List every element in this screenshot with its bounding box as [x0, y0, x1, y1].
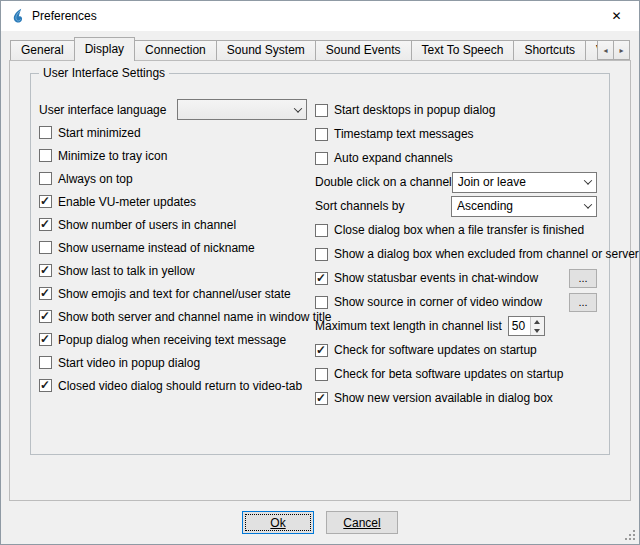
tab-display[interactable]: Display — [74, 37, 135, 61]
max-text-length-label: Maximum text length in channel list — [315, 319, 502, 333]
checkbox-label: Minimize to tray icon — [58, 149, 167, 163]
checkbox[interactable] — [39, 356, 52, 369]
ok-button[interactable]: Ok — [242, 511, 314, 534]
checkbox-label: Show username instead of nickname — [58, 241, 255, 255]
checkbox-label: Show last to talk in yellow — [58, 264, 195, 278]
checkbox-label: Show number of users in channel — [58, 218, 236, 232]
chevron-down-icon — [579, 173, 596, 192]
dialog-buttons: Ok Cancel — [1, 511, 639, 534]
checkbox-row[interactable]: Close dialog box when a file transfer is… — [315, 218, 597, 242]
checkbox-row[interactable]: Always on top — [39, 167, 307, 190]
checkbox-label: Show both server and channel name in win… — [58, 310, 332, 324]
checkbox-row[interactable]: Show username instead of nickname — [39, 236, 307, 259]
spin-up-icon[interactable] — [531, 317, 544, 326]
video-source-row[interactable]: Show source in corner of video window ..… — [315, 290, 597, 314]
checkbox[interactable] — [39, 333, 52, 346]
checkbox[interactable] — [39, 241, 52, 254]
language-combobox[interactable] — [177, 99, 307, 120]
checkbox-row[interactable]: Start video in popup dialog — [39, 351, 307, 374]
checkbox-label: Always on top — [58, 172, 133, 186]
tab-sound-system[interactable]: Sound System — [216, 40, 316, 60]
checkbox[interactable] — [315, 128, 328, 141]
double-click-row: Double click on a channel Join or leave — [315, 170, 597, 194]
checkbox-row[interactable]: Check for beta software updates on start… — [315, 362, 597, 386]
checkbox[interactable] — [39, 149, 52, 162]
tab-scroll-left-icon[interactable]: ◂ — [597, 40, 614, 60]
checkbox-label: Auto expand channels — [334, 151, 453, 165]
max-text-length-row: Maximum text length in channel list 50 — [315, 314, 597, 338]
checkbox-row[interactable]: Show both server and channel name in win… — [39, 305, 307, 328]
language-row: User interface language — [39, 98, 307, 121]
tab-text-to-speech[interactable]: Text To Speech — [411, 40, 515, 60]
checkbox[interactable] — [315, 368, 328, 381]
tab-connection[interactable]: Connection — [134, 40, 217, 60]
checkbox[interactable] — [315, 296, 328, 309]
cancel-button[interactable]: Cancel — [326, 511, 398, 534]
titlebar[interactable]: Preferences ✕ — [1, 1, 639, 31]
app-icon — [9, 8, 25, 24]
checkbox-label: Show source in corner of video window — [334, 295, 542, 309]
spinner-buttons — [530, 317, 544, 335]
checkbox-row[interactable]: Popup dialog when receiving text message — [39, 328, 307, 351]
resize-grip[interactable] — [624, 529, 637, 542]
sort-channels-combobox[interactable]: Ascending — [451, 196, 597, 217]
checkbox-row[interactable]: Show new version available in dialog box — [315, 386, 597, 410]
checkbox-label: Close dialog box when a file transfer is… — [334, 223, 584, 237]
checkbox[interactable] — [39, 195, 52, 208]
sort-channels-label: Sort channels by — [315, 199, 404, 213]
double-click-combobox[interactable]: Join or leave — [452, 172, 597, 193]
checkbox[interactable] — [315, 152, 328, 165]
checkbox-row[interactable]: Enable VU-meter updates — [39, 190, 307, 213]
checkbox[interactable] — [315, 344, 328, 357]
checkbox-label: Show statusbar events in chat-window — [334, 271, 538, 285]
checkbox-row[interactable]: Timestamp text messages — [315, 122, 597, 146]
checkbox-row[interactable]: Auto expand channels — [315, 146, 597, 170]
checkbox[interactable] — [315, 272, 328, 285]
checkbox-row[interactable]: Show last to talk in yellow — [39, 259, 307, 282]
language-label: User interface language — [39, 103, 166, 117]
tab-scroll-right-icon[interactable]: ▸ — [613, 40, 630, 60]
checkbox-label: Show emojis and text for channel/user st… — [58, 287, 291, 301]
checkbox-row[interactable]: Closed video dialog should return to vid… — [39, 374, 307, 397]
checkbox-label: Popup dialog when receiving text message — [58, 333, 286, 347]
checkbox[interactable] — [315, 248, 328, 261]
tab-bar: General Display Connection Sound System … — [10, 37, 630, 61]
checkbox-label: Start desktops in popup dialog — [334, 103, 495, 117]
checkbox-row[interactable]: Check for software updates on startup — [315, 338, 597, 362]
checkbox[interactable] — [39, 126, 52, 139]
checkbox[interactable] — [39, 379, 52, 392]
tab-sound-events[interactable]: Sound Events — [315, 40, 412, 60]
checkbox[interactable] — [315, 224, 328, 237]
checkbox-row[interactable]: Minimize to tray icon — [39, 144, 307, 167]
checkbox-row[interactable]: Start minimized — [39, 121, 307, 144]
right-column: Start desktops in popup dialog Timestamp… — [315, 98, 597, 410]
tab-scrollers: ◂ ▸ — [598, 40, 630, 60]
user-interface-settings-group: User Interface Settings User interface l… — [30, 73, 610, 455]
checkbox[interactable] — [39, 310, 52, 323]
checkbox[interactable] — [39, 172, 52, 185]
checkbox[interactable] — [39, 218, 52, 231]
checkbox[interactable] — [39, 264, 52, 277]
checkbox-row[interactable]: Show number of users in channel — [39, 213, 307, 236]
statusbar-events-browse-button[interactable]: ... — [569, 269, 597, 288]
tab-general[interactable]: General — [10, 40, 75, 60]
checkbox-row[interactable]: Show a dialog box when excluded from cha… — [315, 242, 597, 266]
spin-down-icon[interactable] — [531, 326, 544, 335]
checkbox-label: Start video in popup dialog — [58, 356, 200, 370]
tab-shortcuts[interactable]: Shortcuts — [513, 40, 586, 60]
close-button[interactable]: ✕ — [594, 1, 639, 31]
checkbox-label: Timestamp text messages — [334, 127, 474, 141]
checkbox[interactable] — [39, 287, 52, 300]
checkbox-row[interactable]: Show emojis and text for channel/user st… — [39, 282, 307, 305]
display-tab-pane: User Interface Settings User interface l… — [9, 60, 631, 501]
max-text-length-value: 50 — [509, 317, 530, 335]
statusbar-events-row[interactable]: Show statusbar events in chat-window ... — [315, 266, 597, 290]
checkbox[interactable] — [315, 104, 328, 117]
checkbox-row[interactable]: Start desktops in popup dialog — [315, 98, 597, 122]
max-text-length-spinner[interactable]: 50 — [508, 316, 545, 336]
double-click-value: Join or leave — [458, 175, 579, 189]
chevron-down-icon — [579, 197, 596, 216]
checkbox[interactable] — [315, 392, 328, 405]
video-source-browse-button[interactable]: ... — [569, 293, 597, 312]
checkbox-label: Show new version available in dialog box — [334, 391, 553, 405]
